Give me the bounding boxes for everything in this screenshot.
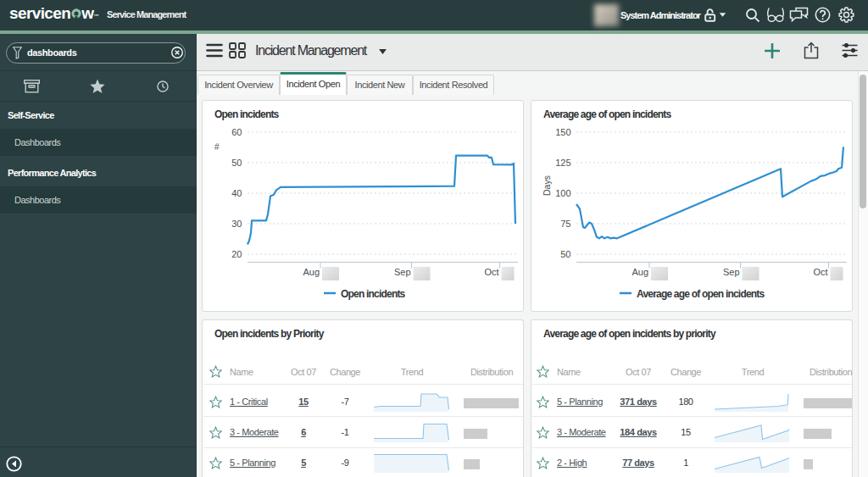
svg-text:Oct: Oct (813, 267, 827, 277)
svg-text:Sep: Sep (394, 267, 411, 277)
svg-text:Oct: Oct (484, 267, 498, 277)
svg-text:100: 100 (555, 188, 570, 198)
svg-text:125: 125 (555, 158, 570, 168)
svg-text:Open incidents: Open incidents (341, 288, 406, 300)
svg-text:Sep: Sep (723, 267, 740, 277)
svg-text:Aug: Aug (632, 267, 648, 277)
svg-text:60: 60 (231, 127, 242, 137)
svg-text:20: 20 (231, 249, 242, 259)
svg-text:50: 50 (560, 249, 570, 259)
svg-text:75: 75 (560, 219, 570, 229)
svg-text:30: 30 (231, 219, 242, 229)
svg-text:150: 150 (555, 127, 570, 137)
svg-text:40: 40 (231, 188, 242, 198)
svg-text:Average age of open incidents: Average age of open incidents (637, 288, 765, 300)
svg-text:Days: Days (542, 175, 552, 196)
svg-text:50: 50 (231, 158, 242, 168)
svg-text:#: # (214, 142, 220, 152)
svg-text:Aug: Aug (303, 267, 320, 277)
